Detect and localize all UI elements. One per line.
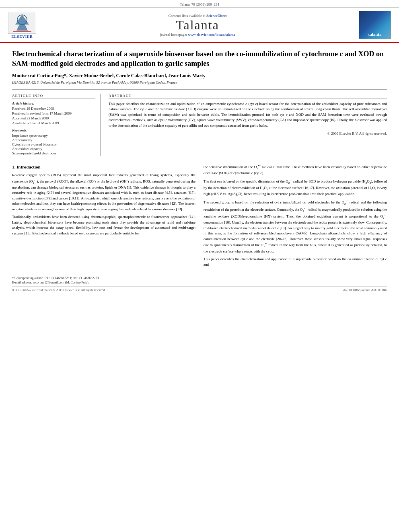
section1-title: 1. Introduction (12, 164, 195, 170)
body-para-3: the sensitive determination of the O2•− … (204, 164, 387, 176)
body-para-6: This paper describes the characterizatio… (204, 257, 387, 267)
abstract-heading: ABSTRACT (109, 94, 387, 99)
keyword-5: Screen-printed gold electrodes (12, 151, 95, 155)
article-info-column: ARTICLE INFO Article history: Received 1… (12, 94, 101, 156)
received-date: Received 19 December 2008 (12, 107, 95, 111)
journal-title-area: Contents lists available at ScienceDirec… (36, 14, 359, 37)
citation-text: Talanta 79 (2009) 289–294 (180, 2, 219, 6)
revised-date: Received in revised form 17 March 2009 (12, 111, 95, 115)
keyword-1: Impedance spectroscopy (12, 134, 95, 138)
citation-bar: Talanta 79 (2009) 289–294 (0, 0, 399, 8)
footer-bottom: 0039-9140/$ – see front matter © 2009 El… (12, 286, 387, 292)
body-para-4: The first one is based on the specific d… (204, 178, 387, 197)
elsevier-logo-area: ELSEVIER (8, 12, 36, 39)
keyword-4: Antioxidant capacity (12, 147, 95, 151)
journal-logo-image: talanta (359, 11, 391, 39)
keyword-3: Cytochrome c-based biosensor (12, 142, 95, 146)
body-columns: 1. Introduction Reactive oxygen species … (12, 162, 387, 270)
keywords-label: Keywords: (12, 128, 95, 132)
abstract-text: This paper describes the characterizatio… (109, 101, 387, 129)
doi-text: doi:10.1016/j.talanta.2009.03.046 (343, 288, 387, 292)
abstract-column: ABSTRACT This paper describes the charac… (109, 94, 387, 156)
article-info-abstract: ARTICLE INFO Article history: Received 1… (12, 89, 387, 156)
issn-text: 0039-9140/$ – see front matter © 2009 El… (12, 288, 106, 292)
footer-area: * Corresponding author. Tel.: +33 468662… (12, 274, 387, 292)
authors: Montserrat Cortina-Puig*, Xavier Muñoz-B… (12, 73, 387, 79)
homepage-url[interactable]: www.elsevier.com/locate/talanta (188, 33, 235, 37)
corresponding-author: * Corresponding author. Tel.: +33 468662… (12, 276, 387, 280)
journal-homepage: journal homepage: www.elsevier.com/locat… (36, 33, 359, 37)
article-history-label: Article history: (12, 101, 95, 105)
journal-header: ELSEVIER Contents lists available at Sci… (0, 8, 399, 43)
sciencedirect-link[interactable]: ScienceDirect (206, 14, 226, 18)
available-date: Available online 31 March 2009 (12, 121, 95, 125)
journal-title: Talanta (36, 18, 359, 33)
elsevier-label: ELSEVIER (11, 35, 33, 39)
keyword-2: Amperometry (12, 138, 95, 142)
email-address: E-mail address: mcortina12@gmail.com (M.… (12, 281, 387, 284)
body-col-right: the sensitive determination of the O2•− … (204, 164, 387, 270)
body-col-left: 1. Introduction Reactive oxygen species … (12, 164, 195, 270)
body-para-2: Traditionally, antioxidants have been de… (12, 214, 195, 236)
article-info-heading: ARTICLE INFO (12, 94, 95, 99)
accepted-date: Accepted 23 March 2009 (12, 116, 95, 120)
body-para-5: The second group is based on the reducti… (204, 199, 387, 254)
logo-brand-text: talanta (368, 32, 382, 37)
elsevier-logo (8, 12, 36, 34)
copyright: © 2009 Elsevier B.V. All rights reserved… (109, 131, 387, 136)
main-content: Electrochemical characterization of a su… (0, 43, 399, 298)
affiliation: IMAGES EA 4218, Université de Perpignan … (12, 80, 387, 84)
body-para-1: Reactive oxygen species (ROS) represent … (12, 173, 195, 212)
contents-available: Contents lists available at ScienceDirec… (36, 14, 359, 18)
article-title: Electrochemical characterization of a su… (12, 49, 387, 69)
